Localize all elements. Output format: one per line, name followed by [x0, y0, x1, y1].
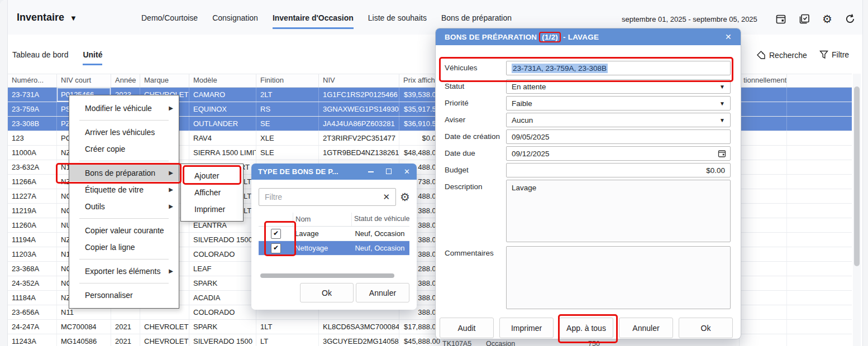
column-header-10[interactable] [787, 74, 851, 87]
cell: 11194A [8, 233, 57, 247]
menu-item-arriver-les-v-hicules[interactable]: Arriver les véhicules [69, 124, 179, 141]
column-header-4[interactable]: Modèle [189, 74, 256, 87]
cell: 23-308B [8, 117, 57, 131]
gear-icon[interactable]: ⚙ [400, 190, 410, 204]
context-submenu: AjouterAfficherImprimer [180, 164, 244, 222]
nav-tab-3[interactable]: Liste de souhaits [368, 13, 427, 29]
date-range[interactable]: septembre 01, 2025 - septembre 05, 2025 [622, 15, 757, 23]
prep-button-ok[interactable]: Ok [679, 318, 733, 338]
calendar-icon[interactable] [718, 150, 726, 158]
comments-textarea[interactable] [506, 246, 731, 309]
created-date-input[interactable]: 09/05/2025 [506, 129, 731, 144]
refresh-icon[interactable] [845, 13, 856, 25]
maximize-icon[interactable] [386, 168, 392, 175]
menu-item-personnaliser[interactable]: Personnaliser [69, 287, 179, 304]
prep-button-imprimer[interactable]: Imprimer [499, 318, 554, 338]
comments-label: Commentaires [445, 246, 506, 309]
priority-select[interactable]: Faible▼ [506, 96, 731, 110]
prep-title-suffix: - LAVAGE [563, 33, 599, 41]
close-icon[interactable]: ✕ [404, 168, 410, 175]
clear-icon[interactable]: ✕ [383, 192, 395, 202]
prep-dialog-titlebar[interactable]: BONS DE PRÉPARATION (1/2) - LAVAGE ✕ [436, 28, 741, 45]
scrollbar-thumb[interactable] [854, 86, 860, 266]
col-statut[interactable]: Statut de véhicule [352, 213, 409, 226]
close-icon[interactable]: ✕ [725, 32, 732, 41]
cell: 24-352A [8, 276, 57, 290]
view-tab-0[interactable]: Tableau de bord [12, 50, 68, 65]
cell [787, 204, 851, 218]
horizontal-scrollbar[interactable] [260, 273, 394, 278]
cell: LEAF [189, 262, 256, 276]
cell [740, 334, 787, 346]
calendar-icon[interactable] [775, 13, 786, 25]
menu-item-copier-valeur-courante[interactable]: Copier valeur courante [69, 222, 179, 239]
submenu-item-imprimer[interactable]: Imprimer [181, 201, 243, 218]
priority-value: Faible [512, 99, 532, 108]
column-header-3[interactable]: Marque [140, 74, 189, 87]
type-dialog-titlebar[interactable]: TYPE DE BONS DE P... ✕ [251, 164, 417, 180]
checkbox[interactable]: ✔ [271, 243, 281, 253]
submenu-arrow-icon: ▶ [169, 165, 173, 181]
context-menu: Modifier le véhicule▶Arriver les véhicul… [69, 95, 179, 309]
prep-title-page-annotated: (1/2) [539, 32, 561, 42]
cell [740, 117, 787, 131]
type-grid-row[interactable]: ✔NettoyageNeuf, Occasion [259, 241, 409, 256]
checkbox[interactable]: ✔ [271, 229, 281, 239]
description-textarea[interactable]: Lavage [506, 180, 731, 242]
type-grid-row[interactable]: ✔LavageNeuf, Occasion [259, 227, 409, 241]
cell [787, 247, 851, 261]
cell: COLORADO [189, 247, 256, 261]
column-header-0[interactable]: Numéro... [8, 74, 57, 87]
menu-item-copier-la-ligne[interactable]: Copier la ligne [69, 239, 179, 256]
prep-button-annuler[interactable]: Annuler [619, 318, 673, 338]
menu-item-bons-de-pr-paration[interactable]: Bons de préparation▶ [69, 165, 179, 181]
nav-tab-1[interactable]: Consignation [212, 13, 258, 29]
view-tab-1[interactable]: Unité [83, 50, 102, 65]
due-date-value: 09/12/2025 [512, 150, 550, 158]
type-filter-input[interactable]: Filtre ✕ [259, 188, 396, 206]
app-menu[interactable]: Inventaire▼ [17, 12, 77, 23]
column-header-1[interactable]: NIV court [57, 74, 111, 87]
menu-item-exporter-les-l-ments[interactable]: Exporter les éléments▶ [69, 263, 179, 280]
prep-button-audit[interactable]: Audit [440, 318, 494, 338]
chevron-down-icon: ▼ [719, 84, 725, 90]
prep-dialog: BONS DE PRÉPARATION (1/2) - LAVAGE ✕ Véh… [435, 28, 741, 339]
ok-button[interactable]: Ok [300, 283, 354, 302]
budget-input[interactable]: $0.00 [506, 163, 731, 177]
search-button[interactable]: Recherche [756, 50, 807, 60]
menu-item-cr-er-copie[interactable]: Créer copie [69, 141, 179, 157]
menu-item-modifier-le-v-hicule[interactable]: Modifier le véhicule▶ [69, 100, 179, 117]
column-header-2[interactable]: Année↓ [111, 74, 140, 87]
cell: 2021 [111, 334, 140, 346]
menu-item--tiquette-de-vitre[interactable]: Étiquette de vitre▶ [69, 181, 179, 198]
cell [740, 175, 787, 189]
checkbox-cell: ✔ [259, 229, 293, 239]
cell [787, 189, 851, 203]
cell: KL8CD6SA3MC700084 [319, 320, 399, 334]
menu-item-outils[interactable]: Outils▶ [69, 198, 179, 215]
minimize-icon[interactable] [368, 168, 374, 175]
status-cell: Neuf, Occasion [352, 244, 409, 252]
prep-button-app-tous[interactable]: App. à tous [559, 318, 613, 338]
vehicles-input[interactable]: 23-731A, 23-759A, 23-308B [506, 61, 731, 75]
nav-tab-0[interactable]: Demo/Courtoise [141, 13, 198, 29]
status-select[interactable]: En attente▼ [506, 79, 731, 94]
cell: JA4J4UA86PZ603281 [319, 117, 399, 131]
nav-tab-4[interactable]: Bons de préparation [441, 13, 512, 29]
submenu-item-ajouter[interactable]: Ajouter [181, 167, 243, 184]
notify-select[interactable]: Aucun▼ [506, 113, 731, 127]
cell [787, 291, 851, 305]
filter-button[interactable]: Filtre [819, 50, 849, 59]
due-date-input[interactable]: 09/12/2025 [506, 146, 731, 161]
submenu-item-afficher[interactable]: Afficher [181, 184, 243, 201]
nav-tab-2[interactable]: Inventaire d'Occasion [273, 13, 354, 29]
column-header-6[interactable]: NIV [319, 74, 399, 87]
gear-icon[interactable]: ⚙ [822, 13, 832, 25]
column-header-9[interactable]: tionnellement [740, 74, 787, 87]
col-nom[interactable]: Nom [293, 213, 352, 226]
vertical-scrollbar[interactable] [853, 74, 861, 346]
main-nav-tabs: Demo/CourtoiseConsignationInventaire d'O… [141, 13, 512, 29]
cancel-button[interactable]: Annuler [356, 283, 409, 302]
tasks-icon[interactable] [799, 13, 810, 25]
column-header-5[interactable]: Finition [256, 74, 319, 87]
